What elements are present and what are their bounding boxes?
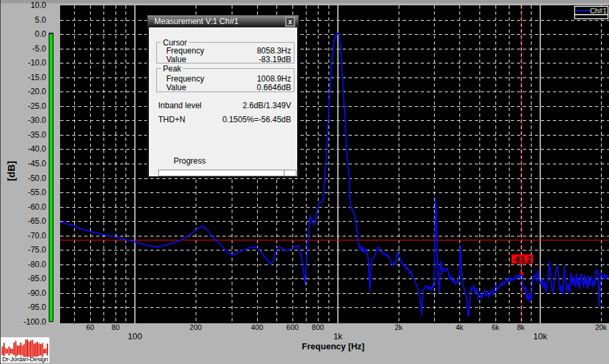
svg-text:-83.2: -83.2 [513,255,532,264]
svg-text:Dr-Jordan-Design: Dr-Jordan-Design [2,355,48,363]
svg-text:Ch#1: Ch#1 [590,7,606,15]
